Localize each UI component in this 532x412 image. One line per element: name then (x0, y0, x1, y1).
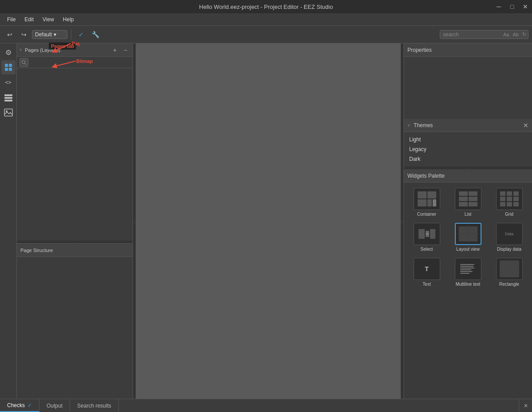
svg-rect-5 (4, 97, 12, 99)
add-page-button[interactable]: + (110, 46, 119, 54)
widget-list-icon (455, 188, 481, 210)
search-input[interactable] (443, 31, 501, 38)
widget-container-label: Container (417, 212, 436, 217)
page-structure-content (17, 257, 133, 399)
maximize-button[interactable]: □ (505, 0, 519, 13)
tab-output[interactable]: Output (39, 399, 70, 412)
svg-rect-15 (433, 199, 436, 206)
widgets-grid: Container List (407, 186, 528, 288)
widgets-content: Container List (404, 183, 532, 399)
collapse-icon[interactable]: ▾ (20, 47, 22, 53)
menu-help[interactable]: Help (59, 16, 78, 23)
widget-select-icon (414, 223, 440, 245)
widget-rectangle[interactable]: Rectangle (490, 256, 528, 288)
pages-list (17, 68, 133, 241)
right-panel: Properties ▾ Themes ✕ Light Legacy Dark … (403, 43, 532, 399)
widget-layoutview[interactable]: Layout view (449, 221, 487, 253)
svg-rect-30 (513, 202, 519, 206)
page-structure-panel: Page Structure (17, 243, 133, 399)
search-refresh-button[interactable]: ↻ (521, 31, 527, 37)
widget-list[interactable]: List (449, 186, 487, 218)
svg-rect-21 (469, 202, 477, 206)
widget-grid-label: Grid (505, 212, 513, 217)
widget-select-label: Select (421, 247, 433, 252)
sidebar-code-icon[interactable]: <> (1, 75, 16, 89)
svg-rect-26 (507, 197, 512, 201)
svg-rect-2 (5, 68, 8, 71)
menu-edit[interactable]: Edit (21, 16, 37, 23)
svg-rect-36 (469, 226, 477, 233)
svg-rect-33 (430, 229, 435, 239)
checks-label: Checks (7, 402, 25, 408)
widget-grid[interactable]: Grid (490, 186, 528, 218)
tab-checks[interactable]: Checks ✓ (0, 399, 39, 412)
svg-rect-7 (4, 109, 12, 116)
widget-displaydata-label: Display data (497, 247, 521, 252)
layout-dropdown[interactable]: Default ▾ (32, 30, 67, 39)
themes-title: Themes (414, 122, 433, 128)
widget-text[interactable]: T Text (407, 256, 446, 288)
widget-container[interactable]: Container (407, 186, 446, 218)
themes-close-button[interactable]: ✕ (523, 122, 528, 129)
layout-label: Default (35, 31, 52, 38)
widgets-palette-header: Widgets Palette (404, 169, 532, 183)
widget-rectangle-label: Rectangle (499, 282, 519, 287)
title-bar-controls: ─ □ ✕ (492, 0, 532, 13)
svg-rect-27 (513, 197, 519, 201)
search-aa-button[interactable]: Aa (502, 32, 510, 37)
widget-text-icon: T (414, 258, 440, 280)
toolbar: ↩ ↪ Default ▾ ✓ 🔧 Aa Ab ↻ (0, 26, 532, 43)
themes-collapse-icon[interactable]: ▾ (407, 122, 410, 128)
themes-header: ▾ Themes ✕ (404, 119, 532, 132)
widget-displaydata[interactable]: Data Display data (490, 221, 528, 253)
minimize-button[interactable]: ─ (492, 0, 505, 13)
properties-title: Properties (407, 47, 432, 53)
sidebar-pages-icon[interactable] (1, 60, 16, 74)
widget-select[interactable]: Select (407, 221, 446, 253)
theme-dark[interactable]: Dark (409, 154, 527, 164)
menu-view[interactable]: View (39, 16, 58, 23)
sidebar-image-icon[interactable] (1, 105, 16, 120)
window-title: Hello World.eez-project - Project Editor… (199, 4, 333, 10)
bottom-close-button[interactable]: ✕ (519, 399, 532, 412)
check-button[interactable]: ✓ (75, 28, 87, 41)
title-bar: Hello World.eez-project - Project Editor… (0, 0, 532, 13)
sidebar-settings-icon[interactable]: ⚙ (1, 45, 16, 59)
search-results-label: Search results (77, 403, 111, 409)
svg-rect-12 (427, 191, 436, 198)
svg-rect-14 (427, 199, 432, 206)
sidebar-layers-icon[interactable] (1, 90, 16, 105)
center-panel (136, 43, 401, 399)
widget-multilinetext[interactable]: Multiline text (449, 256, 487, 288)
tab-search-results[interactable]: Search results (70, 399, 119, 412)
main-area: ⚙ <> ▾ (0, 43, 532, 399)
search-ab-button[interactable]: Ab (512, 32, 519, 37)
svg-rect-22 (500, 191, 505, 196)
page-structure-header: Page Structure (17, 244, 133, 257)
svg-rect-6 (4, 100, 12, 101)
svg-rect-1 (9, 64, 12, 67)
undo-button[interactable]: ↩ (4, 28, 16, 41)
theme-light[interactable]: Light (409, 135, 527, 144)
widgets-palette-title: Widgets Palette (407, 173, 445, 179)
search-bar: Aa Ab ↻ (440, 30, 528, 39)
page-structure-title: Page Structure (20, 248, 53, 253)
canvas-area[interactable] (136, 43, 401, 399)
menu-file[interactable]: File (4, 16, 19, 23)
settings-button[interactable]: 🔧 (89, 28, 102, 41)
svg-point-34 (426, 233, 428, 235)
widget-rectangle-icon (496, 258, 523, 280)
svg-rect-31 (419, 229, 425, 239)
widget-multilinetext-icon (455, 258, 481, 280)
theme-legacy[interactable]: Legacy (409, 144, 527, 154)
pages-panel-title: Pages (Layouts) (25, 47, 109, 53)
delete-page-button[interactable]: − (121, 46, 130, 54)
svg-rect-29 (507, 202, 512, 206)
close-button[interactable]: ✕ (519, 0, 532, 13)
widget-displaydata-icon: Data (496, 223, 523, 245)
widget-list-label: List (465, 212, 472, 217)
svg-rect-13 (418, 199, 426, 206)
svg-rect-19 (469, 197, 477, 201)
pages-search-icon[interactable] (20, 58, 28, 67)
redo-button[interactable]: ↪ (18, 28, 30, 41)
